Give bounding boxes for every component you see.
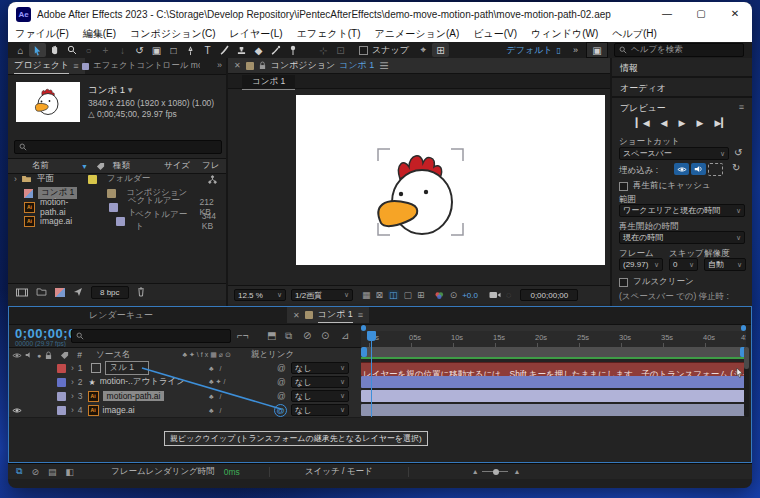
cache-checkbox[interactable] bbox=[619, 182, 628, 191]
frame-rate-dropdown[interactable]: (29.97)∨ bbox=[619, 258, 663, 271]
comp-viewer-tab[interactable]: コンポ 1 bbox=[242, 75, 295, 90]
maximize-button[interactable]: ▢ bbox=[684, 2, 718, 26]
hide-shy-layers-icon[interactable]: ⧉ bbox=[285, 330, 292, 342]
parent-dropdown[interactable]: なし∨ bbox=[291, 390, 349, 402]
layer-label-chip[interactable] bbox=[57, 392, 66, 401]
layer-duration-bar-image[interactable] bbox=[361, 404, 746, 416]
clone-stamp-tool[interactable] bbox=[233, 43, 250, 57]
puppet-pin-tool[interactable] bbox=[284, 43, 301, 57]
expander-icon[interactable]: › bbox=[71, 405, 74, 415]
eraser-tool[interactable]: ◆ bbox=[250, 43, 267, 57]
new-folder-icon[interactable] bbox=[36, 288, 47, 296]
layer-duration-bar-shape[interactable] bbox=[361, 376, 746, 388]
tab-project[interactable]: プロジェクト ≡ bbox=[8, 58, 85, 74]
label-column-icon[interactable] bbox=[96, 162, 105, 171]
lock-icon[interactable] bbox=[259, 61, 266, 70]
tab-audio[interactable]: オーディオ bbox=[620, 82, 666, 95]
project-row-motion-path[interactable]: Ai motion-path.ai ベクトルアート 212 KB bbox=[8, 200, 226, 214]
layer-row-image[interactable]: › 4 Ai image.ai ♣ / @ なし∨ bbox=[9, 403, 361, 418]
play-from-dropdown[interactable]: 現在の時間∨ bbox=[619, 231, 745, 244]
playhead[interactable] bbox=[367, 331, 376, 341]
layer-name[interactable]: motion-..アウトライン bbox=[100, 376, 185, 388]
pan-camera-tool[interactable]: + bbox=[97, 43, 114, 57]
work-area-start-handle[interactable] bbox=[361, 347, 367, 357]
sort-icon[interactable]: ▼ bbox=[81, 163, 88, 170]
comp-panel-menu-icon[interactable]: ≡ bbox=[379, 57, 388, 75]
motion-blur-icon[interactable]: ⊙ bbox=[321, 330, 329, 341]
layer-row-shape[interactable]: › 2 ★ motion-..アウトライン ♣✦/ @ なし∨ bbox=[9, 375, 361, 390]
zoom-out-icon[interactable]: ▲ bbox=[472, 468, 479, 475]
composition-mini-flowchart-icon[interactable]: ⌐¬ bbox=[237, 330, 249, 341]
expander-icon[interactable]: › bbox=[71, 363, 74, 373]
show-snapshot-icon[interactable]: ◌ bbox=[506, 290, 511, 300]
include-video-toggle[interactable] bbox=[674, 163, 689, 175]
expander-icon[interactable]: › bbox=[71, 377, 74, 387]
preserve-transparency-icon[interactable]: ▤ bbox=[48, 467, 57, 477]
rotation-tool[interactable]: ↺ bbox=[131, 43, 148, 57]
fullscreen-option[interactable]: フルスクリーン bbox=[619, 276, 694, 288]
comp-timecode[interactable]: 0;00;00;00 bbox=[520, 289, 578, 301]
menu-layer[interactable]: レイヤー(L) bbox=[223, 27, 290, 41]
rectangle-tool[interactable]: □ bbox=[165, 43, 182, 57]
more-panels-icon[interactable]: » bbox=[217, 60, 222, 70]
snap-toggle[interactable]: スナップ bbox=[359, 44, 409, 57]
parent-pick-whip-icon[interactable]: @ bbox=[277, 377, 286, 387]
layer-duration-bar-motion-path[interactable] bbox=[361, 390, 746, 402]
parent-dropdown[interactable]: なし∨ bbox=[291, 362, 349, 374]
composition-markers-icon[interactable]: ⧉ bbox=[16, 466, 22, 477]
close-tab-icon[interactable]: ✕ bbox=[234, 61, 241, 70]
first-frame-button[interactable]: ▎◀ bbox=[636, 118, 650, 128]
workspace-label[interactable]: デフォルト bbox=[507, 44, 553, 57]
time-ruler[interactable]: 00s 05s 10s 15s 20s 25s 30s 35s 40s 45s bbox=[361, 331, 746, 348]
orbit-camera-tool[interactable]: ○ bbox=[80, 43, 97, 57]
layer-name[interactable]: image.ai bbox=[103, 405, 135, 415]
camera-tool[interactable]: ▣ bbox=[148, 43, 165, 57]
zoom-slider-thumb[interactable] bbox=[493, 469, 499, 475]
tab-composition[interactable]: コンポジション コンポ 1 bbox=[271, 59, 375, 72]
range-dropdown[interactable]: ワークエリアと現在の時間∨ bbox=[619, 204, 745, 217]
preview-panel-menu-icon[interactable]: ≡ bbox=[739, 102, 744, 112]
solo-column-icon[interactable]: ● bbox=[37, 352, 41, 359]
label-chip[interactable] bbox=[88, 175, 97, 184]
menu-help[interactable]: ヘルプ(H) bbox=[605, 27, 664, 41]
layer-name-drop-target[interactable]: ヌル 1 bbox=[105, 361, 150, 375]
snap-options-icon[interactable]: ⌖ bbox=[415, 43, 432, 57]
tab-timeline-comp[interactable]: ✕ コンポ 1 ≡ bbox=[287, 307, 369, 323]
prev-frame-button[interactable]: ◀ bbox=[661, 118, 668, 128]
layer-number-column[interactable]: # bbox=[77, 350, 82, 360]
switches-column-icons[interactable]: ♣✦\fx▦⌀⊙ bbox=[182, 351, 233, 359]
parent-dropdown[interactable]: なし∨ bbox=[291, 404, 349, 416]
mask-expand-icon[interactable]: ⊡ bbox=[332, 43, 349, 57]
menu-window[interactable]: ウィンドウ(W) bbox=[524, 27, 605, 41]
project-search-input[interactable] bbox=[14, 140, 222, 154]
tab-effect-controls[interactable]: エフェクトコントロール motion- bbox=[82, 58, 200, 74]
switches-modes-button[interactable]: スイッチ / モード bbox=[305, 466, 373, 478]
cache-before-playback[interactable]: 再生前にキャッシュ bbox=[619, 180, 711, 192]
pixel-aspect-icon[interactable]: ⊞ bbox=[417, 290, 425, 300]
menu-composition[interactable]: コンポジション(C) bbox=[123, 27, 223, 41]
project-row-folder[interactable]: › 平面 フォルダー bbox=[8, 172, 226, 186]
tab-info[interactable]: 情報 bbox=[620, 62, 638, 75]
type-tool[interactable]: T bbox=[199, 43, 216, 57]
project-settings-icon[interactable] bbox=[73, 287, 83, 297]
label-chip[interactable] bbox=[116, 217, 125, 226]
layer-label-chip[interactable] bbox=[57, 406, 66, 415]
pen-tool[interactable] bbox=[182, 43, 199, 57]
column-type[interactable]: 種類 bbox=[113, 160, 130, 172]
column-frame[interactable]: フレ bbox=[202, 160, 219, 172]
timeline-zoom-slider[interactable]: ▲ ▲ bbox=[472, 468, 521, 475]
exposure-value[interactable]: +0.0 bbox=[462, 291, 478, 300]
interpret-footage-icon[interactable] bbox=[16, 288, 28, 297]
graph-editor-icon[interactable]: ⊿ bbox=[341, 330, 349, 341]
hand-tool[interactable] bbox=[46, 43, 63, 57]
close-tab-icon[interactable]: ✕ bbox=[293, 311, 300, 320]
resolution-dropdown[interactable]: 1/2画質∨ bbox=[291, 289, 353, 301]
loop-icon[interactable]: ↻ bbox=[732, 162, 740, 173]
next-frame-button[interactable]: ▶ bbox=[696, 118, 703, 128]
parent-pick-whip-icon[interactable]: @ bbox=[277, 391, 286, 401]
shared-project-icon[interactable]: ▣ bbox=[586, 42, 608, 58]
reset-icon[interactable]: ↺ bbox=[734, 147, 742, 158]
trash-icon[interactable] bbox=[137, 287, 145, 297]
snap-grid-icon[interactable]: ⊞ bbox=[432, 43, 449, 57]
timeline-search-input[interactable] bbox=[71, 329, 231, 343]
